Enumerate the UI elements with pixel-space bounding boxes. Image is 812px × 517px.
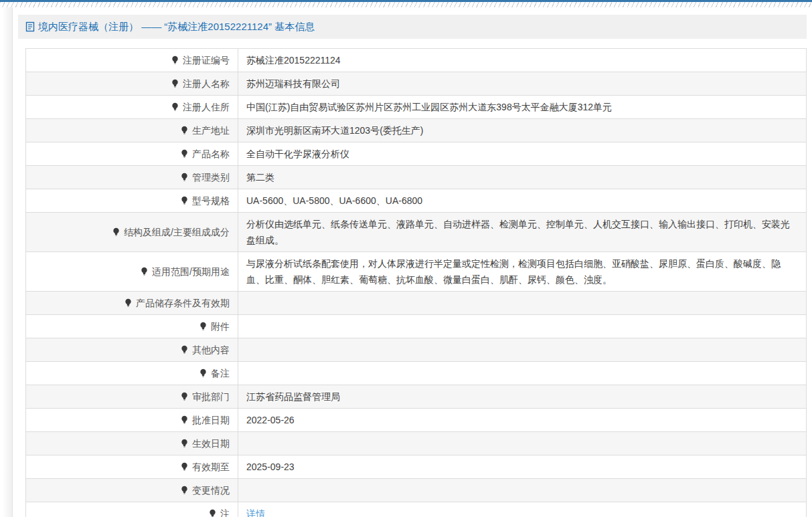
table-row: 有效期至 2025-09-23 xyxy=(26,455,807,479)
row-value: 分析仪由选纸单元、纸条传送单元、液路单元、自动进样器、检测单元、控制单元、人机交… xyxy=(238,213,807,252)
row-label-text: 型号规格 xyxy=(192,195,230,206)
bulb-icon xyxy=(171,100,179,110)
bulb-icon xyxy=(141,265,148,274)
row-label-text: 变更情况 xyxy=(192,485,230,496)
row-label: 附件 xyxy=(26,315,238,338)
row-value: 与尿液分析试纸条配套使用，对人体尿液进行半定量或定性检测，检测项目包括白细胞、亚… xyxy=(238,252,807,292)
bulb-icon xyxy=(181,413,188,423)
table-body: 注册证编号 苏械注准20152221124 注册人名称 苏州迈瑞科技有限公司 xyxy=(26,49,807,517)
row-label-text: 注册人名称 xyxy=(183,78,230,89)
row-label: 注册证编号 xyxy=(26,49,238,72)
bulb-icon xyxy=(181,124,188,133)
bulb-icon xyxy=(209,507,216,516)
row-label: 注册人住所 xyxy=(26,96,238,119)
row-label: 结构及组成/主要组成成分 xyxy=(26,213,238,252)
row-label-text: 有效期至 xyxy=(192,461,230,472)
row-label-text: 附件 xyxy=(211,321,230,332)
row-value xyxy=(238,479,807,502)
row-value xyxy=(238,315,807,338)
title-bar: 境内医疗器械（注册） —— “苏械注准20152221124” 基本信息 xyxy=(18,15,807,39)
bulb-icon xyxy=(181,437,188,446)
row-value xyxy=(238,292,807,315)
row-label: 其他内容 xyxy=(26,338,238,362)
row-label: 注 xyxy=(26,502,238,517)
row-label-text: 管理类别 xyxy=(192,172,230,183)
bulb-icon xyxy=(199,320,207,329)
row-label: 有效期至 xyxy=(26,455,238,479)
table-row: 备注 xyxy=(26,362,807,385)
table-row: 批准日期 2022-05-26 xyxy=(26,409,807,432)
table-row: 变更情况 xyxy=(26,479,807,502)
row-label: 产品储存条件及有效期 xyxy=(26,292,238,315)
table-row: 适用范围/预期用途 与尿液分析试纸条配套使用，对人体尿液进行半定量或定性检测，检… xyxy=(26,252,807,292)
table-row: 型号规格 UA-5600、UA-5800、UA-6600、UA-6800 xyxy=(26,189,807,213)
row-value: 中国(江苏)自由贸易试验区苏州片区苏州工业园区苏州大道东398号太平金融大厦31… xyxy=(238,96,807,119)
document-icon xyxy=(25,21,35,32)
row-value: 详情 xyxy=(238,502,807,517)
content-container: 境内医疗器械（注册） —— “苏械注准20152221124” 基本信息 注册证… xyxy=(18,15,807,517)
row-label: 生产地址 xyxy=(26,119,238,142)
table-row: 注 详情 xyxy=(26,502,807,517)
row-label: 生效日期 xyxy=(26,432,238,455)
table-row: 注册人住所 中国(江苏)自由贸易试验区苏州片区苏州工业园区苏州大道东398号太平… xyxy=(26,96,807,119)
row-label-text: 结构及组成/主要组成成分 xyxy=(124,227,230,237)
bulb-icon xyxy=(181,460,188,470)
table-row: 生效日期 xyxy=(26,432,807,455)
row-value xyxy=(238,338,807,362)
bulb-icon xyxy=(181,343,188,352)
row-value: 全自动干化学尿液分析仪 xyxy=(238,142,807,166)
row-value: 第二类 xyxy=(238,166,807,189)
row-label-text: 生产地址 xyxy=(192,125,230,136)
bulb-icon xyxy=(171,54,179,63)
row-value xyxy=(238,432,807,455)
row-label: 型号规格 xyxy=(26,189,238,213)
bulb-icon xyxy=(112,225,120,235)
row-value: 苏州迈瑞科技有限公司 xyxy=(238,72,807,96)
bulb-icon xyxy=(171,77,179,86)
row-label-text: 注册人住所 xyxy=(183,102,230,112)
row-value: 江苏省药品监督管理局 xyxy=(238,385,807,409)
registration-info-table: 注册证编号 苏械注准20152221124 注册人名称 苏州迈瑞科技有限公司 xyxy=(25,48,807,517)
table-row: 产品名称 全自动干化学尿液分析仪 xyxy=(26,142,807,166)
bulb-icon xyxy=(181,390,188,399)
table-row: 管理类别 第二类 xyxy=(26,166,807,189)
row-value: 2022-05-26 xyxy=(238,409,807,432)
row-label-text: 审批部门 xyxy=(192,391,230,402)
row-value: 苏械注准20152221124 xyxy=(238,49,807,72)
table-row: 其他内容 xyxy=(26,338,807,362)
bulb-icon xyxy=(125,296,132,306)
row-label: 管理类别 xyxy=(26,166,238,189)
row-label-text: 产品名称 xyxy=(192,148,230,159)
top-hatch-border xyxy=(0,2,812,7)
page-title-text: 境内医疗器械（注册） —— “苏械注准20152221124” 基本信息 xyxy=(38,21,315,33)
row-value xyxy=(238,362,807,385)
detail-link[interactable]: 详情 xyxy=(246,508,265,517)
bulb-icon xyxy=(181,147,188,157)
row-value: UA-5600、UA-5800、UA-6600、UA-6800 xyxy=(238,189,807,213)
page-left-edge xyxy=(0,7,13,517)
row-label-text: 适用范围/预期用途 xyxy=(152,266,230,277)
row-label-text: 注册证编号 xyxy=(183,55,230,66)
row-label: 注册人名称 xyxy=(26,72,238,96)
table-row: 注册人名称 苏州迈瑞科技有限公司 xyxy=(26,72,807,96)
bulb-icon xyxy=(181,171,188,180)
table-row: 审批部门 江苏省药品监督管理局 xyxy=(26,385,807,409)
bulb-icon xyxy=(181,194,188,203)
row-label: 备注 xyxy=(26,362,238,385)
row-label: 审批部门 xyxy=(26,385,238,409)
bulb-icon xyxy=(199,367,207,376)
row-label-text: 备注 xyxy=(211,368,230,379)
row-value: 深圳市光明新区南环大道1203号(委托生产) xyxy=(238,119,807,142)
row-label-text: 生效日期 xyxy=(192,438,230,449)
row-label-text: 批准日期 xyxy=(192,415,230,425)
row-label-text: 其他内容 xyxy=(192,344,230,355)
table-row: 生产地址 深圳市光明新区南环大道1203号(委托生产) xyxy=(26,119,807,142)
table-row: 产品储存条件及有效期 xyxy=(26,292,807,315)
page-title: 境内医疗器械（注册） —— “苏械注准20152221124” 基本信息 xyxy=(25,21,315,33)
row-label: 适用范围/预期用途 xyxy=(26,252,238,292)
row-label: 批准日期 xyxy=(26,409,238,432)
row-label-text: 注 xyxy=(220,508,230,517)
table-row: 注册证编号 苏械注准20152221124 xyxy=(26,49,807,72)
row-label: 产品名称 xyxy=(26,142,238,166)
table-row: 结构及组成/主要组成成分 分析仪由选纸单元、纸条传送单元、液路单元、自动进样器、… xyxy=(26,213,807,252)
